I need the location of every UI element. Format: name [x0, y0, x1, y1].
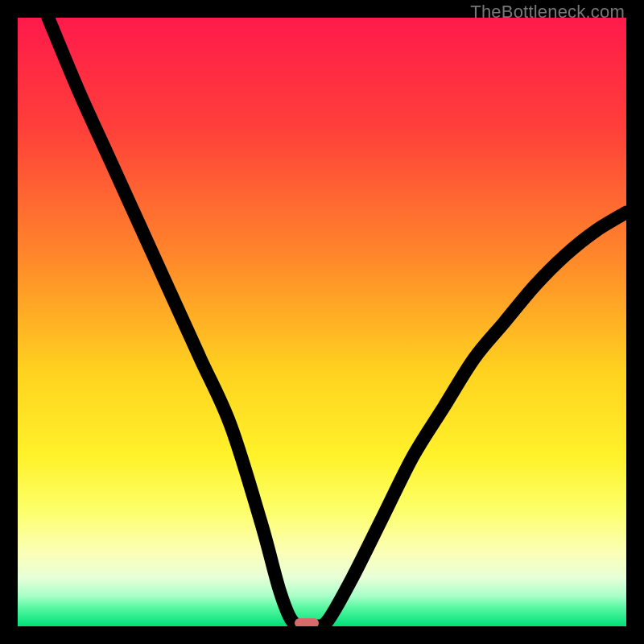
chart-frame: TheBottleneck.com: [0, 0, 644, 644]
optimal-marker: [295, 618, 319, 626]
plot-area: [18, 18, 626, 626]
bottleneck-curve: [18, 18, 626, 626]
